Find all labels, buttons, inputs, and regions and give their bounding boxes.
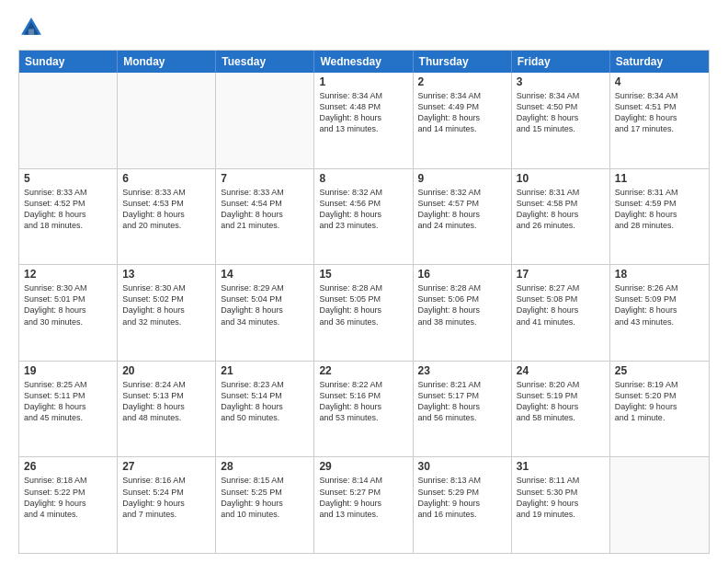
- day-info-text: Sunrise: 8:30 AM Sunset: 5:01 PM Dayligh…: [24, 282, 112, 327]
- day-number: 27: [122, 460, 210, 473]
- day-number: 17: [517, 268, 605, 281]
- day-number: 9: [418, 172, 506, 185]
- day-cell-6: 6Sunrise: 8:33 AM Sunset: 4:53 PM Daylig…: [118, 169, 216, 265]
- day-cell-5: 5Sunrise: 8:33 AM Sunset: 4:52 PM Daylig…: [19, 169, 118, 265]
- day-cell-21: 21Sunrise: 8:23 AM Sunset: 5:14 PM Dayli…: [216, 362, 314, 457]
- day-cell-empty-0-2: [216, 73, 314, 168]
- day-cell-empty-0-1: [118, 73, 216, 168]
- day-cell-8: 8Sunrise: 8:32 AM Sunset: 4:56 PM Daylig…: [314, 169, 413, 265]
- day-cell-14: 14Sunrise: 8:29 AM Sunset: 5:04 PM Dayli…: [216, 265, 314, 361]
- header-day-friday: Friday: [512, 51, 610, 73]
- day-cell-10: 10Sunrise: 8:31 AM Sunset: 4:58 PM Dayli…: [512, 169, 610, 265]
- day-cell-13: 13Sunrise: 8:30 AM Sunset: 5:02 PM Dayli…: [118, 265, 216, 361]
- day-info-text: Sunrise: 8:20 AM Sunset: 5:19 PM Dayligh…: [517, 379, 605, 424]
- calendar: SundayMondayTuesdayWednesdayThursdayFrid…: [18, 50, 710, 554]
- day-info-text: Sunrise: 8:13 AM Sunset: 5:29 PM Dayligh…: [418, 475, 506, 520]
- day-cell-23: 23Sunrise: 8:21 AM Sunset: 5:17 PM Dayli…: [414, 362, 512, 457]
- day-info-text: Sunrise: 8:30 AM Sunset: 5:02 PM Dayligh…: [122, 282, 210, 327]
- day-info-text: Sunrise: 8:11 AM Sunset: 5:30 PM Dayligh…: [517, 475, 605, 520]
- header-day-tuesday: Tuesday: [216, 51, 314, 73]
- day-info-text: Sunrise: 8:18 AM Sunset: 5:22 PM Dayligh…: [24, 475, 112, 520]
- day-cell-12: 12Sunrise: 8:30 AM Sunset: 5:01 PM Dayli…: [19, 265, 118, 361]
- day-cell-3: 3Sunrise: 8:34 AM Sunset: 4:50 PM Daylig…: [512, 73, 610, 168]
- day-number: 22: [319, 364, 407, 377]
- day-info-text: Sunrise: 8:24 AM Sunset: 5:13 PM Dayligh…: [122, 379, 210, 424]
- svg-rect-2: [28, 29, 34, 35]
- day-cell-2: 2Sunrise: 8:34 AM Sunset: 4:49 PM Daylig…: [414, 73, 512, 168]
- calendar-row-1: 1Sunrise: 8:34 AM Sunset: 4:48 PM Daylig…: [19, 73, 709, 168]
- day-number: 21: [221, 364, 309, 377]
- day-cell-25: 25Sunrise: 8:19 AM Sunset: 5:20 PM Dayli…: [610, 362, 709, 457]
- day-number: 14: [221, 268, 309, 281]
- header-day-sunday: Sunday: [19, 51, 118, 73]
- calendar-row-2: 5Sunrise: 8:33 AM Sunset: 4:52 PM Daylig…: [19, 168, 709, 265]
- day-cell-27: 27Sunrise: 8:16 AM Sunset: 5:24 PM Dayli…: [118, 457, 216, 553]
- day-info-text: Sunrise: 8:31 AM Sunset: 4:58 PM Dayligh…: [517, 187, 605, 232]
- day-info-text: Sunrise: 8:34 AM Sunset: 4:49 PM Dayligh…: [418, 90, 506, 135]
- day-cell-26: 26Sunrise: 8:18 AM Sunset: 5:22 PM Dayli…: [19, 457, 118, 553]
- day-info-text: Sunrise: 8:34 AM Sunset: 4:51 PM Dayligh…: [615, 90, 704, 135]
- day-info-text: Sunrise: 8:16 AM Sunset: 5:24 PM Dayligh…: [122, 475, 210, 520]
- day-number: 28: [221, 460, 309, 473]
- day-number: 12: [24, 268, 112, 281]
- day-info-text: Sunrise: 8:28 AM Sunset: 5:06 PM Dayligh…: [418, 282, 506, 327]
- logo-icon: [18, 15, 44, 40]
- day-cell-empty-4-6: [610, 457, 709, 553]
- day-cell-11: 11Sunrise: 8:31 AM Sunset: 4:59 PM Dayli…: [610, 169, 709, 265]
- day-cell-9: 9Sunrise: 8:32 AM Sunset: 4:57 PM Daylig…: [414, 169, 512, 265]
- day-cell-24: 24Sunrise: 8:20 AM Sunset: 5:19 PM Dayli…: [512, 362, 610, 457]
- day-number: 30: [418, 460, 506, 473]
- day-info-text: Sunrise: 8:28 AM Sunset: 5:05 PM Dayligh…: [319, 282, 407, 327]
- day-cell-15: 15Sunrise: 8:28 AM Sunset: 5:05 PM Dayli…: [314, 265, 413, 361]
- day-info-text: Sunrise: 8:31 AM Sunset: 4:59 PM Dayligh…: [615, 187, 704, 232]
- day-number: 24: [517, 364, 605, 377]
- day-cell-29: 29Sunrise: 8:14 AM Sunset: 5:27 PM Dayli…: [314, 457, 413, 553]
- day-info-text: Sunrise: 8:33 AM Sunset: 4:54 PM Dayligh…: [221, 187, 309, 232]
- day-info-text: Sunrise: 8:27 AM Sunset: 5:08 PM Dayligh…: [517, 282, 605, 327]
- day-number: 29: [319, 460, 407, 473]
- day-cell-7: 7Sunrise: 8:33 AM Sunset: 4:54 PM Daylig…: [216, 169, 314, 265]
- day-info-text: Sunrise: 8:34 AM Sunset: 4:48 PM Dayligh…: [319, 90, 407, 135]
- page: SundayMondayTuesdayWednesdayThursdayFrid…: [0, 0, 728, 563]
- day-info-text: Sunrise: 8:19 AM Sunset: 5:20 PM Dayligh…: [615, 379, 704, 424]
- day-cell-28: 28Sunrise: 8:15 AM Sunset: 5:25 PM Dayli…: [216, 457, 314, 553]
- day-number: 6: [122, 172, 210, 185]
- day-cell-16: 16Sunrise: 8:28 AM Sunset: 5:06 PM Dayli…: [414, 265, 512, 361]
- day-number: 26: [24, 460, 112, 473]
- day-info-text: Sunrise: 8:32 AM Sunset: 4:57 PM Dayligh…: [418, 187, 506, 232]
- day-number: 4: [615, 75, 704, 88]
- day-number: 2: [418, 75, 506, 88]
- day-cell-18: 18Sunrise: 8:26 AM Sunset: 5:09 PM Dayli…: [610, 265, 709, 361]
- day-info-text: Sunrise: 8:25 AM Sunset: 5:11 PM Dayligh…: [24, 379, 112, 424]
- header-day-thursday: Thursday: [414, 51, 512, 73]
- day-number: 25: [615, 364, 704, 377]
- day-cell-20: 20Sunrise: 8:24 AM Sunset: 5:13 PM Dayli…: [118, 362, 216, 457]
- day-number: 18: [615, 268, 704, 281]
- day-info-text: Sunrise: 8:32 AM Sunset: 4:56 PM Dayligh…: [319, 187, 407, 232]
- calendar-row-5: 26Sunrise: 8:18 AM Sunset: 5:22 PM Dayli…: [19, 456, 709, 553]
- calendar-row-4: 19Sunrise: 8:25 AM Sunset: 5:11 PM Dayli…: [19, 361, 709, 457]
- day-info-text: Sunrise: 8:34 AM Sunset: 4:50 PM Dayligh…: [517, 90, 605, 135]
- day-number: 19: [24, 364, 112, 377]
- day-info-text: Sunrise: 8:15 AM Sunset: 5:25 PM Dayligh…: [221, 475, 309, 520]
- day-number: 3: [517, 75, 605, 88]
- day-cell-22: 22Sunrise: 8:22 AM Sunset: 5:16 PM Dayli…: [314, 362, 413, 457]
- calendar-header: SundayMondayTuesdayWednesdayThursdayFrid…: [19, 51, 709, 73]
- day-number: 1: [319, 75, 407, 88]
- day-info-text: Sunrise: 8:33 AM Sunset: 4:52 PM Dayligh…: [24, 187, 112, 232]
- day-number: 15: [319, 268, 407, 281]
- day-number: 10: [517, 172, 605, 185]
- day-number: 31: [517, 460, 605, 473]
- day-info-text: Sunrise: 8:29 AM Sunset: 5:04 PM Dayligh…: [221, 282, 309, 327]
- day-number: 7: [221, 172, 309, 185]
- logo: [18, 15, 48, 40]
- header-day-monday: Monday: [118, 51, 216, 73]
- day-cell-19: 19Sunrise: 8:25 AM Sunset: 5:11 PM Dayli…: [19, 362, 118, 457]
- day-info-text: Sunrise: 8:26 AM Sunset: 5:09 PM Dayligh…: [615, 282, 704, 327]
- day-cell-empty-0-0: [19, 73, 118, 168]
- day-info-text: Sunrise: 8:22 AM Sunset: 5:16 PM Dayligh…: [319, 379, 407, 424]
- day-number: 20: [122, 364, 210, 377]
- day-cell-17: 17Sunrise: 8:27 AM Sunset: 5:08 PM Dayli…: [512, 265, 610, 361]
- header-day-wednesday: Wednesday: [314, 51, 413, 73]
- day-number: 16: [418, 268, 506, 281]
